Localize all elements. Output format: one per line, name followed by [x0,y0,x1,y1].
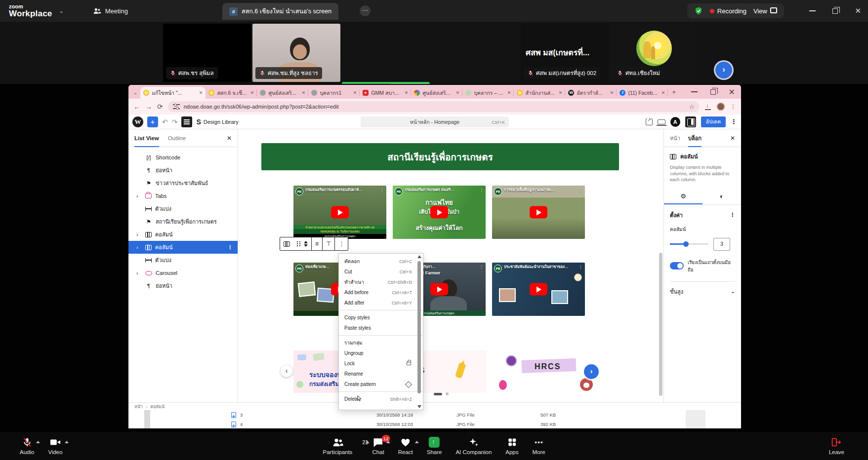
new-tab-button[interactable]: + [668,88,680,99]
restore-button[interactable] [832,8,838,14]
browser-restore-button[interactable] [710,89,716,95]
tab-close-icon[interactable]: ✕ [507,90,511,95]
browser-tab-active[interactable]: แก้ไขหน้า "... ✕ [140,87,206,99]
video-options-icon[interactable]: ⋮ [579,188,583,192]
ai-companion-button[interactable]: AI Companion [449,437,498,455]
menu-item-copy[interactable]: คัดลอกCtrl+C [339,256,423,267]
list-item-paragraph[interactable]: ¶ย่อหน้า [128,164,238,177]
green-heading-banner[interactable]: สถานีเรียนรู้เพื่อการเกษตร [261,143,619,170]
chat-chevron[interactable] [386,441,390,443]
tab-options-button[interactable]: ⋯ [360,5,371,16]
video-options-icon[interactable]: ⋮ [479,265,484,269]
block-options-button[interactable]: ⋮ [335,237,348,250]
downloads-icon[interactable] [704,103,711,110]
audio-button[interactable]: Audio [13,437,41,455]
meeting-tab[interactable]: Meeting [93,7,128,15]
tab-block[interactable]: บล็อก [688,129,702,147]
back-button[interactable]: ← [133,103,140,111]
settings-sidebar-toggle[interactable] [685,116,696,127]
menu-scrollbar[interactable] [416,255,422,408]
leave-button[interactable]: Leave [822,437,851,455]
view-button[interactable]: View [753,7,777,15]
tab-list-view[interactable]: List View [134,129,159,147]
carousel-prev-button[interactable]: ‹ [281,365,292,377]
tab-close-icon[interactable]: ✕ [250,90,254,95]
vertical-align-button[interactable]: ⊤ [323,237,335,250]
video-embed[interactable]: PRประชาสัมพันธ์แนะนำงานในสาขาของ…⋮ [492,263,585,316]
list-item-spacer[interactable]: ตัวแบ่ง [128,254,238,267]
list-view-button[interactable] [181,116,192,127]
browser-menu-icon[interactable]: ⋮ [730,103,736,110]
video-embed[interactable]: PRการขยายพื้นที่ปลูกกาแฟภาคเ…⋮ [492,186,585,239]
video-options-icon[interactable]: ⋮ [380,188,384,192]
list-item-carousel[interactable]: ›Carousel [128,267,238,279]
menu-item-lock[interactable]: Lock [339,358,423,369]
participant-tile[interactable]: ศสพ.ชม.ที่สูง ชลธาร [252,24,340,82]
video-embed[interactable]: PRกรมส่งเสริมการเกษตร ส่งเสริ…⋮ กาแฟไทย … [393,186,486,239]
audio-options-chevron[interactable] [36,441,40,443]
block-inserter-button[interactable]: + [147,116,158,127]
youtube-play-button[interactable] [331,206,349,219]
menu-item-ungroup[interactable]: Ungroup [339,348,423,358]
redo-icon[interactable]: ↷ [172,118,178,126]
browser-tab[interactable]: W อัตรากำลั... ✕ [565,87,617,99]
browser-tab[interactable]: สำนักงานส่... ✕ [514,87,565,99]
more-button[interactable]: ⋯ More [526,437,552,455]
profile-avatar[interactable] [716,102,725,111]
workspace-chevron-icon[interactable]: ⌄ [59,8,63,14]
youtube-play-button[interactable] [430,283,448,296]
page-dot[interactable] [446,392,449,395]
design-library-button[interactable]: S Design Library [196,118,238,126]
list-item-paragraph[interactable]: ¶ย่อหน้า [128,279,238,292]
canvas-scrollbar[interactable] [659,253,662,396]
participant-tile[interactable]: ศทอ.เชียงใหม่ [610,24,698,82]
settings-close-icon[interactable]: ✕ [730,135,735,142]
close-button[interactable]: ✕ [855,6,861,15]
youtube-play-button[interactable] [530,283,547,296]
menu-item-add-after[interactable]: Add afterCtrl+Alt+Y [339,298,423,308]
browser-tab[interactable]: f (11) Faceb... ✕ [617,87,668,99]
shared-screen-tab[interactable]: ส สสก.6 เชียงใหม่ นำเสนอ's screen [222,3,338,20]
menu-item-add-before[interactable]: Add beforeCtrl+Alt+T [339,287,423,298]
browser-tab[interactable]: บุคลากร – ... ✕ [462,87,514,99]
columns-slider[interactable] [670,243,708,245]
forward-button[interactable]: → [145,103,152,111]
tab-close-icon[interactable]: ✕ [199,90,203,95]
browser-tab[interactable]: บุคลากร1 ✕ [308,87,360,99]
item-options-icon[interactable]: ⋮ [227,244,233,251]
list-view-close-icon[interactable]: ✕ [227,135,232,142]
document-title-button[interactable]: หน้าหลัก - Homepage Ctrl+K [361,116,509,127]
tab-close-icon[interactable]: ✕ [456,90,460,95]
site-settings-icon[interactable] [173,104,180,109]
settings-gear-tab[interactable]: ⚙ [664,189,703,204]
drag-handle[interactable] [293,237,312,250]
expand-chevron-icon[interactable]: › [136,270,142,276]
recording-indicator[interactable]: Recording [710,7,746,15]
styles-tab[interactable]: ◐ [703,189,741,204]
tab-page[interactable]: หน้า [670,129,680,147]
list-item-header[interactable]: ⚑สถานีเรียนรู้เพื่อการเกษตร [128,215,238,228]
chat-button[interactable]: 12 Chat [365,437,391,455]
reload-button[interactable]: ⟳ [157,103,163,111]
participant-tile[interactable]: ศสพ.ชร สุพิมล [163,24,251,82]
columns-count-input[interactable] [713,238,730,251]
tab-close-icon[interactable]: ✕ [405,90,409,95]
menu-item-cut[interactable]: CutCtrl+X [339,267,423,277]
editor-options-icon[interactable]: ⋮ [731,118,737,125]
wordpress-logo[interactable]: W [132,116,143,127]
menu-item-create-pattern[interactable]: Create pattern [339,379,423,389]
section-options-icon[interactable]: ⋮ [730,212,735,218]
right-scroll-strip[interactable] [686,410,705,428]
carousel-banner-hrcs[interactable]: HRCS [498,350,597,393]
plugin-a-icon[interactable]: A [670,117,680,127]
breadcrumb-page[interactable]: หน้า [134,403,143,410]
list-item-shortcode[interactable]: [/]Shortcode [128,151,238,164]
menu-item-paste-styles[interactable]: Paste styles [339,323,423,333]
next-participants-button[interactable]: › [715,62,732,78]
video-options-icon[interactable]: ⋮ [479,188,484,192]
expand-chevron-icon[interactable]: › [136,244,142,250]
video-options-chevron[interactable] [65,441,69,443]
browser-tab[interactable]: ศูนย์ส่งเสริ... ✕ [411,87,462,99]
list-item-columns-selected[interactable]: ›คอลัมน์⋮ [128,241,238,254]
share-button[interactable]: Share [420,437,449,455]
